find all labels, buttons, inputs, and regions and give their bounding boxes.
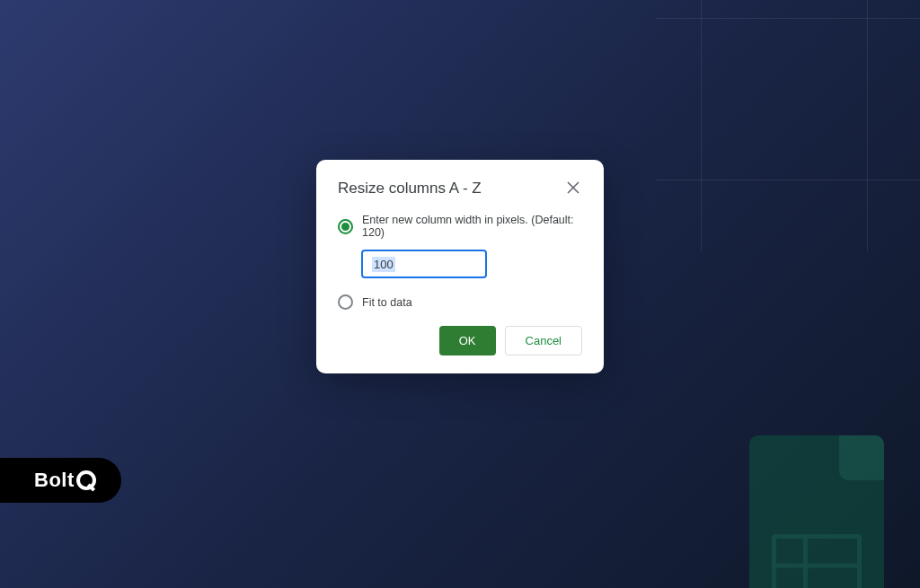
brand-name: Bolt bbox=[34, 469, 75, 492]
column-width-input[interactable]: 100 bbox=[361, 250, 487, 278]
radio-option-custom-width[interactable]: Enter new column width in pixels. (Defau… bbox=[338, 214, 582, 239]
close-icon bbox=[567, 180, 579, 198]
ok-button[interactable]: OK bbox=[439, 326, 496, 355]
brand-badge: Bolt bbox=[0, 458, 121, 503]
radio-label-custom-width: Enter new column width in pixels. (Defau… bbox=[362, 214, 582, 239]
radio-icon bbox=[338, 294, 353, 310]
dialog-header: Resize columns A - Z bbox=[338, 180, 582, 197]
brand-logo-icon bbox=[76, 470, 96, 490]
resize-options-group: Enter new column width in pixels. (Defau… bbox=[338, 214, 582, 239]
radio-icon bbox=[338, 219, 353, 234]
radio-label-fit-to-data: Fit to data bbox=[362, 296, 412, 309]
decorative-grid-line bbox=[867, 0, 868, 251]
sheets-file-icon bbox=[749, 435, 884, 588]
decorative-grid-line bbox=[701, 0, 702, 251]
column-width-value: 100 bbox=[372, 257, 395, 272]
decorative-grid-line bbox=[656, 18, 920, 19]
decorative-grid-line bbox=[656, 180, 920, 180]
dialog-actions: OK Cancel bbox=[338, 326, 582, 355]
radio-option-fit-to-data[interactable]: Fit to data bbox=[338, 294, 582, 310]
cancel-button[interactable]: Cancel bbox=[505, 326, 582, 355]
dialog-title: Resize columns A - Z bbox=[338, 180, 482, 197]
resize-columns-dialog: Resize columns A - Z Enter new column wi… bbox=[316, 160, 604, 373]
close-button[interactable] bbox=[564, 180, 582, 197]
